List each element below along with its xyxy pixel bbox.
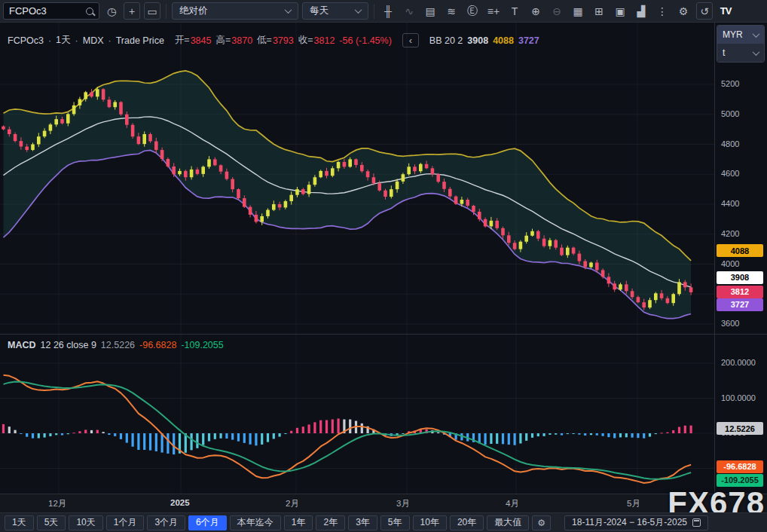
chevron-left-icon: ‹: [409, 35, 412, 46]
legend-interval[interactable]: 1天: [56, 34, 70, 47]
high-value: 3870: [231, 35, 252, 46]
interval-label: 每天: [310, 5, 328, 17]
range-button-本年迄今[interactable]: 本年迄今: [230, 515, 281, 530]
change-value: -56 (-1.45%): [339, 35, 391, 46]
chevron-down-icon: [285, 6, 292, 14]
chevron-down-icon: [355, 6, 362, 14]
currency-label: MYR: [723, 29, 743, 40]
price-tick-4400: 4400: [721, 199, 739, 208]
main-price-pane[interactable]: [0, 23, 714, 334]
macd-signal-value: -109.2055: [181, 340, 223, 350]
price-badge-4088: 4088: [717, 244, 763, 257]
low-label: 低=: [257, 34, 272, 47]
legend-collapse-button[interactable]: ‹: [402, 33, 419, 47]
undo-icon[interactable]: ↺: [696, 2, 713, 20]
unit-dropdown[interactable]: t: [717, 44, 764, 62]
price-tick-5000: 5000: [721, 109, 739, 118]
range-button-最大值[interactable]: 最大值: [487, 515, 529, 530]
bb-indicator-title[interactable]: BB 20 2: [429, 35, 463, 46]
calendar-icon: [692, 518, 701, 527]
unit-label: t: [723, 47, 725, 58]
toolbar-divider: [166, 4, 167, 19]
bottom-toolbar: 1天5天10天1个月3个月6个月本年迄今1年2年3年5年10年20年最大值 ⚙ …: [0, 512, 767, 532]
waves-icon[interactable]: ≋: [443, 2, 460, 20]
macd-params: 12 26 close 9: [41, 340, 96, 350]
bb-lower-value: 3727: [518, 35, 539, 46]
macd-line-value: -96.6828: [139, 340, 176, 350]
range-button-20年[interactable]: 20年: [450, 515, 484, 530]
range-button-5天[interactable]: 5天: [37, 515, 66, 530]
price-axis[interactable]: MYR t 5200500048004600440042004000380036…: [714, 23, 767, 494]
chart-window: FCPOc3 ◷+▭ 绝对价 每天 ╫∿▤≋Ⓔ≡+T⊕⊖▦⊞▣▟⋮⚙↺TV FC…: [0, 0, 767, 532]
price-badge-3908: 3908: [717, 271, 763, 284]
clock-icon[interactable]: ◷: [103, 2, 120, 20]
range-button-2年[interactable]: 2年: [316, 515, 345, 530]
macd-tick-200: 200.0000: [721, 358, 756, 367]
date-range-button[interactable]: 18-11月-2024 − 16-5月-2025: [564, 515, 708, 530]
text-tool-icon[interactable]: T: [506, 2, 523, 20]
legend-symbol[interactable]: FCPOc3: [8, 35, 44, 46]
range-button-10年[interactable]: 10年: [413, 515, 447, 530]
time-label-12月: 12月: [48, 498, 66, 509]
legend-price-type: Trade Price: [116, 35, 164, 46]
range-button-1个月[interactable]: 1个月: [106, 515, 145, 530]
table-icon[interactable]: ▦: [570, 2, 586, 20]
range-button-5年[interactable]: 5年: [380, 515, 410, 530]
range-button-1天[interactable]: 1天: [5, 515, 34, 530]
open-label: 开=: [175, 34, 190, 47]
macd-badge-12.5226: 12.5226: [717, 422, 763, 435]
symbol-search-box[interactable]: FCPOc3: [3, 2, 99, 20]
object-tree-icon[interactable]: ▣: [612, 2, 628, 20]
stats-icon[interactable]: ▟: [633, 2, 649, 20]
close-label: 收=: [298, 34, 313, 47]
price-tick-5200: 5200: [721, 79, 739, 88]
price-badge-3812: 3812: [717, 286, 763, 298]
range-settings-button[interactable]: ⚙: [532, 515, 551, 530]
price-badge-3727: 3727: [717, 298, 763, 311]
price-tick-4600: 4600: [721, 169, 739, 178]
time-axis[interactable]: 12月20252月3月4月5月: [0, 494, 767, 512]
macd-pane[interactable]: [0, 335, 714, 494]
currency-unit-box: MYR t: [717, 25, 765, 63]
time-label-3月: 3月: [396, 498, 410, 509]
range-buttons: 1天5天10天1个月3个月6个月本年迄今1年2年3年5年10年20年最大值: [5, 515, 529, 530]
search-icon: [86, 8, 93, 15]
indicators-icon[interactable]: ≡+: [485, 2, 502, 20]
folder-icon[interactable]: ▭: [144, 2, 160, 20]
interval-dropdown[interactable]: 每天: [302, 2, 368, 20]
pane-divider[interactable]: [0, 334, 767, 335]
settings-icon[interactable]: ⚙: [675, 2, 692, 20]
chevron-down-icon: [753, 30, 760, 38]
more-icon[interactable]: ⋮: [654, 2, 671, 20]
add-symbol-icon[interactable]: +: [124, 2, 140, 20]
zoom-in-icon[interactable]: ⊕: [527, 2, 544, 20]
layout-icon[interactable]: ▤: [422, 2, 439, 20]
range-button-1年[interactable]: 1年: [284, 515, 313, 530]
price-tick-4800: 4800: [721, 139, 739, 148]
price-type-label: 绝对价: [179, 5, 208, 17]
high-label: 高=: [215, 34, 231, 47]
price-type-dropdown[interactable]: 绝对价: [172, 2, 298, 20]
symbol-name: FCPOc3: [9, 5, 47, 17]
price-tick-3600: 3600: [721, 319, 739, 328]
range-button-3个月[interactable]: 3个月: [147, 515, 185, 530]
e-circle-icon[interactable]: Ⓔ: [464, 2, 481, 20]
legend-sep: ·: [75, 35, 78, 46]
compare-icon[interactable]: ∿: [401, 2, 417, 20]
screenshot-icon[interactable]: ⊞: [591, 2, 607, 20]
time-label-2025: 2025: [170, 498, 190, 507]
range-button-10天[interactable]: 10天: [69, 515, 102, 530]
bb-upper-value: 4088: [493, 35, 514, 46]
toolbar-divider: [374, 4, 374, 19]
zoom-out-icon[interactable]: ⊖: [549, 2, 565, 20]
time-label-5月: 5月: [627, 498, 640, 509]
time-label-4月: 4月: [506, 498, 519, 509]
price-tick-4000: 4000: [721, 259, 739, 268]
candlestick-icon[interactable]: ╫: [380, 2, 396, 20]
currency-dropdown[interactable]: MYR: [717, 26, 764, 44]
range-button-3年[interactable]: 3年: [348, 515, 377, 530]
macd-title[interactable]: MACD: [8, 340, 36, 350]
tv-logo-icon[interactable]: TV: [717, 2, 734, 20]
range-button-6个月[interactable]: 6个月: [188, 515, 227, 530]
chart-tools: ╫∿▤≋Ⓔ≡+T⊕⊖▦⊞▣▟⋮⚙↺TV: [380, 2, 734, 20]
